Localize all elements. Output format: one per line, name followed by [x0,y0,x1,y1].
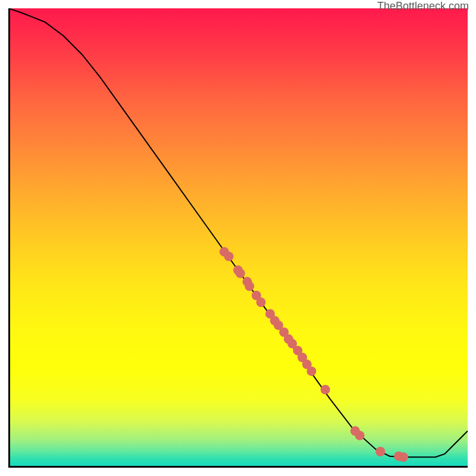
points-group [220,247,408,462]
data-point [399,452,408,462]
data-point [236,268,245,278]
bottleneck-curve [8,8,468,457]
chart-svg [8,8,468,468]
data-point [375,447,385,456]
data-point [245,281,254,291]
data-point [224,252,234,261]
data-point [355,431,365,440]
chart-container: TheBottleneck.com [0,0,476,476]
curve-group [8,8,468,457]
data-point [256,298,266,307]
data-point [321,385,330,394]
data-point [307,367,317,376]
